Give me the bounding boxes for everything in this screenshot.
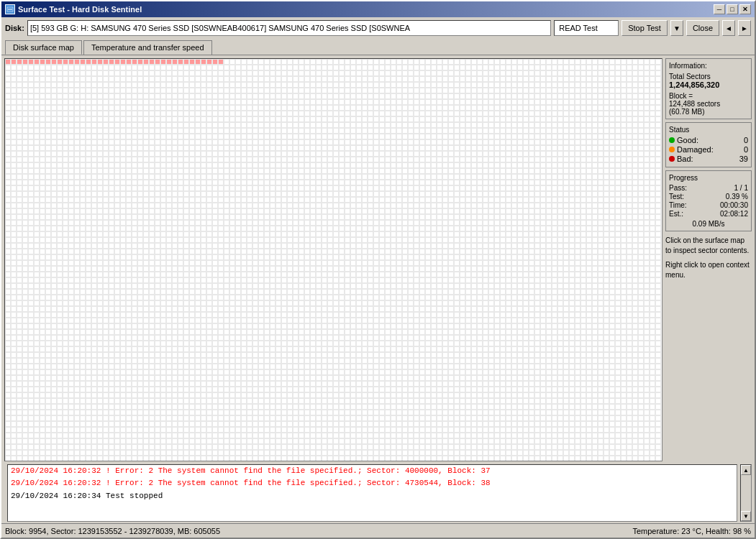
bad-dot xyxy=(669,156,675,162)
status-bar: Block: 9954, Sector: 1239153552 - 123927… xyxy=(1,523,755,538)
surface-map[interactable] xyxy=(4,58,662,461)
stop-test-button[interactable]: Stop Test xyxy=(621,20,668,36)
speed-value: 0.09 MB/s xyxy=(669,220,748,228)
disk-selector[interactable]: [5] 593 GB G: H: SAMSUNG 470 Series SSD … xyxy=(27,20,551,36)
log-wrapper: 29/10/2024 16:20:32 ! Error: 2 The syste… xyxy=(4,464,752,522)
test-progress-label: Test: xyxy=(669,193,684,201)
hint2: Right click to open context menu. xyxy=(665,260,752,280)
minimize-button[interactable]: ─ xyxy=(714,4,725,14)
nav-left-button[interactable]: ◄ xyxy=(722,20,735,36)
progress-title: Progress xyxy=(669,174,748,182)
information-title: Information: xyxy=(669,62,748,70)
log-entry: 29/10/2024 16:20:32 ! Error: 2 The syste… xyxy=(8,465,737,477)
information-box: Information: Total Sectors 1,244,856,320… xyxy=(665,58,752,119)
restore-button[interactable]: □ xyxy=(727,4,738,14)
test-row: Test: 0.39 % xyxy=(669,193,748,201)
hint1: Click on the surface map to inspect sect… xyxy=(665,236,752,256)
time-label: Time: xyxy=(669,201,687,209)
close-button[interactable]: Close xyxy=(686,20,719,36)
disk-label: Disk: xyxy=(5,24,24,32)
block-mb: (60.78 MB) xyxy=(669,108,748,116)
log-entry: 29/10/2024 16:20:32 ! Error: 2 The syste… xyxy=(8,477,737,489)
damaged-label: Damaged: xyxy=(677,145,714,154)
test-dropdown-button[interactable]: ▼ xyxy=(670,20,683,36)
bad-count: 39 xyxy=(739,155,748,163)
test-type-display: READ Test xyxy=(554,20,619,36)
progress-box: Progress Pass: 1 / 1 Test: 0.39 % Time: … xyxy=(665,170,752,231)
tab-surface-map[interactable]: Disk surface map xyxy=(5,40,82,55)
est-row: Est.: 02:08:12 xyxy=(669,210,748,218)
scroll-up-button[interactable]: ▲ xyxy=(741,465,751,475)
svg-rect-1 xyxy=(8,9,12,10)
app-icon xyxy=(5,4,15,14)
window-title: Surface Test - Hard Disk Sentinel xyxy=(18,5,142,14)
block-sectors: 124,488 sectors xyxy=(669,100,748,108)
scroll-down-button[interactable]: ▼ xyxy=(741,511,751,521)
pass-value: 1 / 1 xyxy=(734,184,748,192)
log-area[interactable]: 29/10/2024 16:20:32 ! Error: 2 The syste… xyxy=(7,464,737,522)
title-bar-left: Surface Test - Hard Disk Sentinel xyxy=(5,4,142,14)
damaged-dot xyxy=(669,147,675,152)
good-dot xyxy=(669,137,675,143)
info-panel: Information: Total Sectors 1,244,856,320… xyxy=(665,58,752,461)
log-scrollbar[interactable]: ▲ ▼ xyxy=(740,464,752,522)
status-bar-left: Block: 9954, Sector: 1239153552 - 123927… xyxy=(5,527,220,535)
damaged-count: 0 xyxy=(744,145,748,154)
hint-box: Click on the surface map to inspect sect… xyxy=(665,236,752,280)
bad-status-row: Bad: 39 xyxy=(669,155,748,163)
test-progress-value: 0.39 % xyxy=(726,193,748,201)
est-value: 02:08:12 xyxy=(720,210,748,218)
good-status-row: Good: 0 xyxy=(669,136,748,144)
good-count: 0 xyxy=(744,136,748,144)
close-window-button[interactable]: ✕ xyxy=(739,4,751,14)
block-label: Block = xyxy=(669,92,748,100)
status-bar-right: Temperature: 23 °C, Health: 98 % xyxy=(632,527,751,535)
status-title: Status xyxy=(669,126,748,134)
time-value: 00:00:30 xyxy=(720,201,748,209)
title-bar: Surface Test - Hard Disk Sentinel ─ □ ✕ xyxy=(1,1,755,17)
pass-label: Pass: xyxy=(669,184,687,192)
window-controls: ─ □ ✕ xyxy=(714,4,751,14)
toolbar: Disk: [5] 593 GB G: H: SAMSUNG 470 Serie… xyxy=(1,17,755,39)
est-label: Est.: xyxy=(669,210,683,218)
bad-label: Bad: xyxy=(677,155,693,163)
damaged-status-row: Damaged: 0 xyxy=(669,145,748,154)
time-row: Time: 00:00:30 xyxy=(669,201,748,209)
content-area: Information: Total Sectors 1,244,856,320… xyxy=(1,55,755,464)
total-sectors-label: Total Sectors xyxy=(669,73,748,80)
tabs: Disk surface map Temperature and transfe… xyxy=(1,39,755,55)
nav-right-button[interactable]: ► xyxy=(738,20,751,36)
status-box: Status Good: 0 Damaged: 0 xyxy=(665,122,752,167)
total-sectors-value: 1,244,856,320 xyxy=(669,80,748,89)
pass-row: Pass: 1 / 1 xyxy=(669,184,748,192)
tab-temperature-speed[interactable]: Temperature and transfer speed xyxy=(83,40,212,55)
log-entry: 29/10/2024 16:20:34 Test stopped xyxy=(8,490,737,502)
main-window: Surface Test - Hard Disk Sentinel ─ □ ✕ … xyxy=(0,0,756,539)
good-label: Good: xyxy=(677,136,698,144)
